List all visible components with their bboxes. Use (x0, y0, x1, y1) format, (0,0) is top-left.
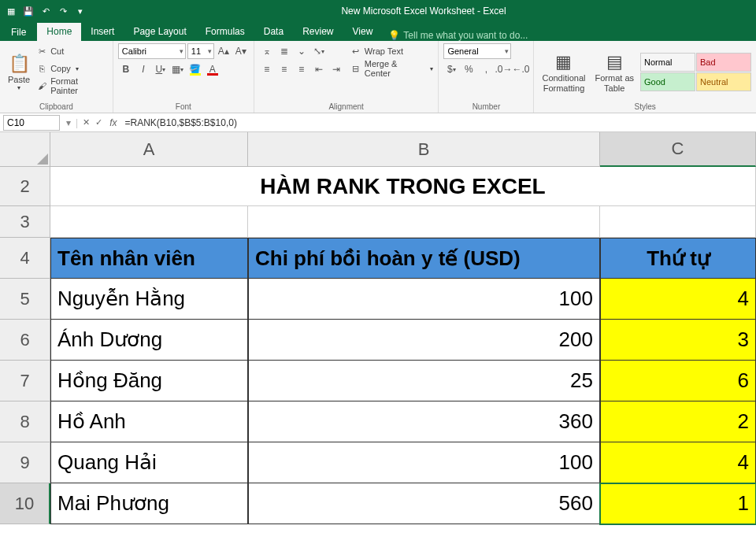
cell-rank[interactable]: 2 (600, 401, 756, 442)
format-painter-icon: 🖌 (36, 81, 47, 91)
number-format-select[interactable]: General (443, 43, 511, 59)
column-header-b[interactable]: B (248, 132, 600, 167)
row-header-5[interactable]: 5 (0, 279, 50, 320)
qat-customize-icon[interactable]: ▾ (74, 5, 87, 17)
align-center-icon[interactable]: ≡ (276, 61, 292, 77)
cell-rank[interactable]: 6 (600, 361, 756, 401)
save-icon[interactable]: 💾 (22, 5, 35, 17)
copy-button[interactable]: ⎘Copy▾ (36, 61, 108, 76)
tab-file[interactable]: File (0, 24, 37, 41)
comma-format-icon[interactable]: , (478, 61, 494, 77)
tab-insert[interactable]: Insert (81, 23, 124, 41)
worksheet-grid[interactable]: A B C 2 HÀM RANK TRONG EXCEL 3 4 Tên nhâ… (0, 132, 756, 524)
row-header-3[interactable]: 3 (0, 206, 50, 238)
cut-button[interactable]: ✂Cut (36, 43, 108, 59)
cell-name[interactable]: Ánh Dương (50, 320, 248, 361)
decrease-decimal-icon[interactable]: ←.0 (513, 61, 528, 77)
merge-center-button[interactable]: ⊟Merge & Center▾ (350, 61, 434, 76)
cancel-formula-icon[interactable]: ✕ (80, 117, 92, 128)
row-header-4[interactable]: 4 (0, 238, 50, 279)
bold-button[interactable]: B (118, 61, 134, 77)
fill-color-button[interactable]: 🪣 (187, 61, 203, 77)
format-painter-button[interactable]: 🖌Format Painter (36, 78, 108, 94)
column-header-c[interactable]: C (600, 132, 756, 167)
cell-rank[interactable]: 4 (600, 442, 756, 483)
style-good[interactable]: Good (640, 72, 695, 91)
cell-rank[interactable]: 3 (600, 320, 756, 361)
increase-indent-icon[interactable]: ⇥ (328, 61, 344, 77)
select-all-corner[interactable] (0, 132, 50, 167)
cell-name[interactable]: Nguyễn Hằng (50, 279, 248, 320)
tab-page-layout[interactable]: Page Layout (124, 23, 195, 41)
cell-cost[interactable]: 25 (248, 361, 600, 401)
increase-font-icon[interactable]: A▴ (216, 43, 232, 59)
name-box[interactable]: C10 (3, 115, 60, 131)
redo-icon[interactable]: ↷ (57, 5, 69, 17)
cell-cost[interactable]: 360 (248, 401, 600, 442)
cell-cost[interactable]: 560 (248, 483, 600, 524)
cell-styles-gallery[interactable]: Normal Bad Good Neutral (640, 53, 751, 91)
tab-view[interactable]: View (343, 23, 383, 41)
fx-icon[interactable]: fx (105, 117, 121, 128)
row-header-7[interactable]: 7 (0, 361, 50, 401)
align-bottom-icon[interactable]: ⌄ (294, 43, 309, 59)
cell-rank[interactable]: 4 (600, 279, 756, 320)
decrease-indent-icon[interactable]: ⇤ (311, 61, 327, 77)
font-color-button[interactable]: A (205, 61, 220, 77)
cell-c3[interactable] (600, 206, 756, 238)
font-name-select[interactable]: Calibri (118, 43, 186, 59)
title-cell[interactable]: HÀM RANK TRONG EXCEL (50, 167, 756, 206)
row-header-9[interactable]: 9 (0, 442, 50, 483)
orientation-icon[interactable]: ⤡▾ (311, 43, 327, 59)
tab-formulas[interactable]: Formulas (196, 23, 254, 41)
undo-icon[interactable]: ↶ (39, 5, 52, 17)
decrease-font-icon[interactable]: A▾ (233, 43, 249, 59)
chevron-down-icon: ▾ (17, 84, 20, 91)
paste-button[interactable]: 📋 Paste ▾ (5, 43, 33, 101)
cell-cost[interactable]: 100 (248, 279, 600, 320)
underline-button[interactable]: U▾ (153, 61, 169, 77)
cell-rank-active[interactable]: 1 (600, 483, 756, 524)
header-name[interactable]: Tên nhân viên (50, 238, 248, 279)
align-left-icon[interactable]: ≡ (259, 61, 275, 77)
align-middle-icon[interactable]: ≣ (276, 43, 292, 59)
align-top-icon[interactable]: ⌅ (259, 43, 275, 59)
cell-name[interactable]: Hồ Anh (50, 401, 248, 442)
column-header-a[interactable]: A (50, 132, 248, 167)
align-right-icon[interactable]: ≡ (294, 61, 309, 77)
row-header-8[interactable]: 8 (0, 401, 50, 442)
tell-me[interactable]: 💡 Tell me what you want to do... (382, 30, 528, 41)
wrap-text-button[interactable]: ↩Wrap Text (350, 43, 434, 59)
style-bad[interactable]: Bad (696, 53, 751, 72)
tab-data[interactable]: Data (254, 23, 293, 41)
row-header-2[interactable]: 2 (0, 167, 50, 206)
chevron-down-icon: ▾ (428, 65, 433, 72)
style-neutral[interactable]: Neutral (696, 72, 751, 91)
cell-b3[interactable] (248, 206, 600, 238)
cell-name[interactable]: Hồng Đăng (50, 361, 248, 401)
enter-formula-icon[interactable]: ✓ (92, 117, 105, 128)
cell-name[interactable]: Mai Phương (50, 483, 248, 524)
name-box-dropdown-icon[interactable]: ▾ (63, 117, 74, 128)
row-header-10[interactable]: 10 (0, 483, 50, 524)
cell-cost[interactable]: 100 (248, 442, 600, 483)
tab-review[interactable]: Review (293, 23, 343, 41)
header-rank[interactable]: Thứ tự (600, 238, 756, 279)
row-header-6[interactable]: 6 (0, 320, 50, 361)
italic-button[interactable]: I (135, 61, 151, 77)
header-cost[interactable]: Chi phí bồi hoàn y tế (USD) (248, 238, 600, 279)
cell-a3[interactable] (50, 206, 248, 238)
tab-home[interactable]: Home (37, 23, 81, 41)
accounting-format-icon[interactable]: $▾ (443, 61, 459, 77)
percent-format-icon[interactable]: % (461, 61, 476, 77)
formula-input[interactable]: =RANK(B10,$B$5:B$10,0) (121, 117, 756, 128)
conditional-formatting-button[interactable]: ▦ Conditional Formatting (539, 50, 588, 94)
font-size-select[interactable]: 11 (187, 43, 214, 59)
group-alignment: ⌅ ≣ ⌄ ⤡▾ ≡ ≡ ≡ ⇤ ⇥ ↩Wrap Text ⊟Merge & C… (254, 41, 439, 113)
format-as-table-button[interactable]: ▤ Format as Table (591, 50, 637, 94)
style-normal[interactable]: Normal (640, 53, 695, 72)
border-button[interactable]: ▦▾ (170, 61, 186, 77)
increase-decimal-icon[interactable]: .0→ (495, 61, 511, 77)
cell-name[interactable]: Quang Hải (50, 442, 248, 483)
cell-cost[interactable]: 200 (248, 320, 600, 361)
